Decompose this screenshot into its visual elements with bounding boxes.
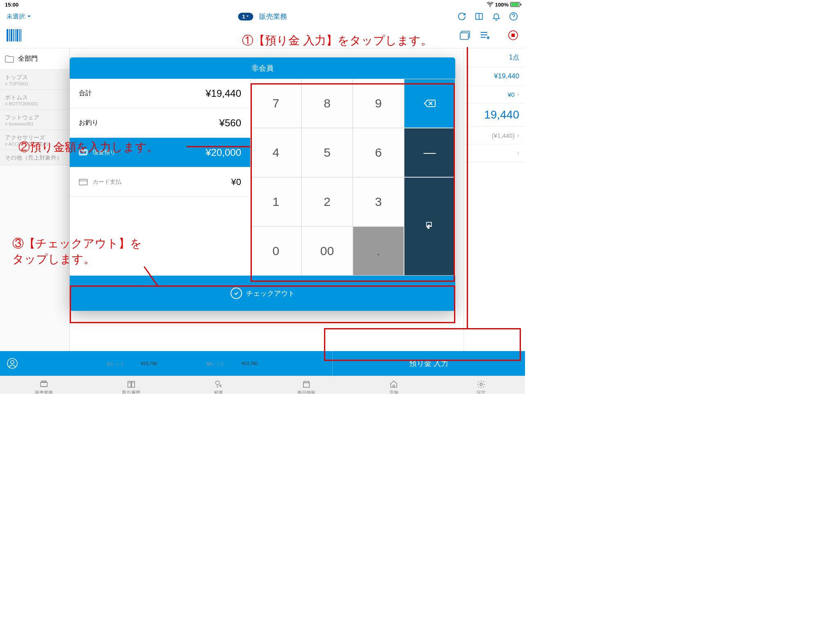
bell-icon[interactable] [491,11,501,21]
sidebar-category[interactable]: ボトムス≡ BOTTOMS001 [0,90,69,110]
key-5[interactable]: 5 [301,128,353,177]
key-00[interactable]: 00 [301,226,353,276]
key-6[interactable]: 6 [353,128,404,177]
svg-rect-35 [79,179,87,185]
payment-modal: 非会員 合計¥19,440 お釣り¥560 現金預り ¥20,000 カード支払… [70,57,455,311]
cash-value: ¥20,000 [205,147,241,158]
sidebar-category[interactable]: フットウェア≡ footwear001 [0,110,69,130]
svg-rect-10 [21,29,21,41]
page-title: 販売業務 [259,12,287,21]
sidebar-category[interactable]: アクセサリーズ≡ ACCESSORIES001 [0,130,69,150]
battery-pct: 100% [495,2,509,8]
right-pane: 1点 ¥19,440 ¥0› 19,440 (¥1,440)› › [463,48,525,351]
dropdown-unselected[interactable]: 未選択 [7,13,32,21]
checkout-button[interactable]: チェックアウト [70,276,455,311]
tab-bar: 販売業務 取引履歴 精算 商品情報 店舗 設定 [0,376,525,394]
redline-2 [187,146,250,147]
svg-rect-8 [16,29,18,41]
tab-history[interactable]: 取引履歴 [87,376,175,394]
list-add-icon[interactable] [480,31,491,41]
rp-sub-row[interactable]: ¥0› [464,86,525,103]
tab-sales[interactable]: 販売業務 [0,376,87,394]
redline-1 [467,47,468,329]
key-dot[interactable]: . [353,226,404,276]
svg-rect-9 [19,29,20,41]
sidebar-category[interactable]: その他（売上対象外） [0,150,69,165]
key-0[interactable]: 0 [250,226,301,276]
tab-products[interactable]: 商品情報 [262,376,350,394]
sidebar-category[interactable]: トップス≡ TOPS001 [0,70,69,90]
key-7[interactable]: 7 [250,79,301,128]
subtotal: ¥19,440 [494,72,519,80]
key-minus[interactable]: — [404,128,455,177]
key-9[interactable]: 9 [353,79,404,128]
svg-rect-25 [128,381,131,388]
status-bar: 15:00 100% [0,0,525,9]
battery-icon [510,2,520,7]
split-view-icon[interactable] [474,11,484,21]
total-label: 合計 [79,89,92,98]
key-enter[interactable] [404,177,455,276]
rp-empty-row[interactable]: › [464,144,525,162]
svg-rect-6 [13,29,14,41]
icon-bar [0,24,525,48]
cash-deposit-row[interactable]: 現金預り ¥20,000 [70,138,250,167]
key-8[interactable]: 8 [301,79,353,128]
record-icon[interactable] [508,30,518,42]
svg-rect-19 [511,34,515,37]
sidebar: 全部門 トップス≡ TOPS001ボトムス≡ BOTTOMS001フットウェア≡… [0,48,70,351]
modal-header: 非会員 [70,57,455,79]
svg-rect-26 [132,381,135,388]
rp-tax-row[interactable]: (¥1,440)› [464,127,525,144]
help-icon[interactable] [509,11,518,21]
status-time: 15:00 [5,2,18,8]
svg-point-31 [480,383,483,386]
key-4[interactable]: 4 [250,128,301,177]
total-value: ¥19,440 [205,88,241,99]
svg-rect-4 [9,29,10,41]
sidebar-all-folder[interactable]: 全部門 [0,48,69,70]
svg-rect-3 [7,29,8,41]
card-value: ¥0 [231,177,241,187]
wifi-icon [487,2,493,7]
barcode-icon[interactable] [7,29,25,43]
svg-rect-22 [40,382,47,387]
tab-settlement[interactable]: 精算 [175,376,262,394]
tab-store[interactable]: 店舗 [350,376,437,394]
svg-point-21 [11,361,14,364]
svg-rect-7 [15,29,16,41]
card-icon[interactable] [459,31,471,41]
svg-rect-12 [460,33,468,39]
svg-point-34 [83,151,85,153]
svg-rect-30 [303,383,309,387]
key-1[interactable]: 1 [250,177,301,226]
top-bar: 未選択 1 販売業務 [0,9,525,24]
total-amount: 19,440 [484,108,519,121]
keypad: 7 8 9 4 5 6 — 1 2 3 0 00 . [250,79,455,276]
key-3[interactable]: 3 [353,177,404,226]
product-row-peek: S/レッド¥23,760 M/レッド¥23,760 [74,361,459,368]
item-count: 1点 [509,53,519,62]
key-backspace[interactable] [404,79,455,128]
svg-rect-5 [11,29,12,41]
user-icon[interactable] [0,358,25,369]
tab-settings[interactable]: 設定 [438,376,525,394]
change-label: お釣り [79,119,98,127]
svg-rect-23 [41,381,46,383]
count-badge[interactable]: 1 [238,13,253,21]
svg-point-29 [216,381,219,385]
refresh-icon[interactable] [457,11,467,21]
card-payment-row[interactable]: カード支払 ¥0 [70,167,250,197]
key-2[interactable]: 2 [301,177,353,226]
change-value: ¥560 [219,117,241,129]
svg-point-20 [7,358,17,368]
